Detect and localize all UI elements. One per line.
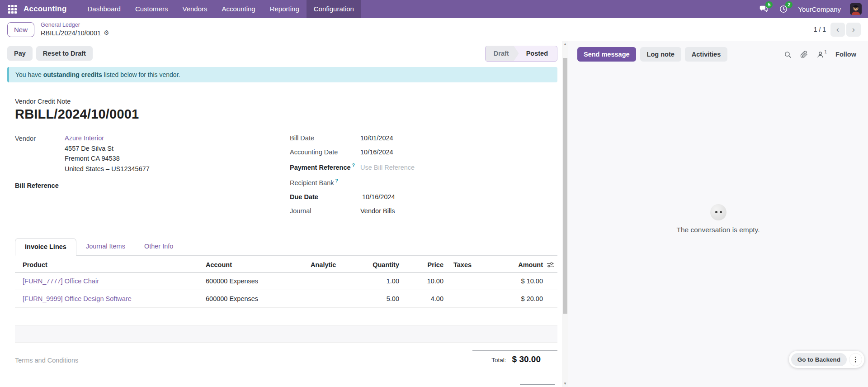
state-widget: Draft Posted [485, 46, 557, 62]
bill-date-field: Bill Date 10/01/2024 [290, 134, 557, 142]
topbar: Accounting Dashboard Customers Vendors A… [0, 0, 868, 18]
line-account[interactable]: 600000 Expenses [206, 277, 311, 285]
menu-dashboard[interactable]: Dashboard [80, 0, 128, 18]
company-switcher[interactable]: YourCompany [798, 5, 841, 13]
address-line: Fremont CA 94538 [65, 153, 275, 163]
total-label: Total: [491, 357, 506, 363]
invoice-line-row[interactable]: [FURN_9999] Office Design Software 60000… [15, 290, 557, 308]
tab-journal-items[interactable]: Journal Items [76, 238, 135, 256]
accounting-date-value[interactable]: 10/16/2024 [360, 148, 393, 156]
control-panel: New General Ledger RBILL/2024/10/0001 ⚙ … [0, 18, 868, 41]
menu-customers[interactable]: Customers [128, 0, 175, 18]
bill-date-value[interactable]: 10/01/2024 [360, 134, 393, 142]
scrollbar-up-arrow[interactable]: ▲ [562, 42, 568, 46]
invoice-lines-header: Product Account Analytic Quantity Price … [15, 256, 557, 272]
tab-invoice-lines[interactable]: Invoice Lines [15, 238, 76, 256]
scrollbar-down-arrow[interactable]: ▼ [562, 382, 568, 386]
vendor-field: Vendor Azure Interior [15, 134, 275, 142]
messages-icon[interactable]: 5 [758, 4, 769, 14]
empty-stripe-row [15, 325, 557, 343]
log-note-button[interactable]: Log note [640, 47, 681, 62]
vendor-label: Vendor [15, 134, 65, 142]
empty-line-row[interactable] [15, 308, 557, 325]
scrollbar-thumb[interactable] [563, 58, 567, 314]
vendor-address: 4557 De Silva St Fremont CA 94538 United… [65, 143, 275, 174]
line-price[interactable]: 4.00 [399, 295, 443, 302]
menu-configuration[interactable]: Configuration [307, 0, 361, 18]
help-icon: ? [335, 178, 338, 183]
line-quantity[interactable]: 1.00 [356, 277, 399, 285]
gear-icon[interactable]: ⚙ [104, 29, 109, 37]
optional-columns-icon[interactable] [543, 262, 557, 268]
reset-to-draft-button[interactable]: Reset to Draft [36, 46, 93, 61]
menu-vendors[interactable]: Vendors [175, 0, 214, 18]
line-amount[interactable]: $ 20.00 [495, 295, 543, 302]
journal-value[interactable]: Vendor Bills [360, 207, 395, 215]
pager-count[interactable]: 1 / 1 [814, 26, 826, 33]
vertical-scrollbar[interactable]: ▲ ▼ [562, 41, 568, 387]
apps-grid-glyph [8, 5, 17, 14]
payment-reference-label: Payment Reference? [290, 162, 360, 171]
line-product-link[interactable]: [FURN_9999] Office Design Software [15, 295, 206, 302]
col-amount: Amount [495, 261, 543, 268]
topbar-right: 5 2 YourCompany [758, 3, 862, 15]
line-quantity[interactable]: 5.00 [356, 295, 399, 302]
invoice-line-row[interactable]: [FURN_7777] Office Chair 600000 Expenses… [15, 272, 557, 290]
line-product-link[interactable]: [FURN_7777] Office Chair [15, 277, 206, 285]
alert-text: You have outstanding credits listed belo… [15, 71, 180, 78]
empty-face-icon [710, 204, 726, 220]
go-to-backend-button[interactable]: Go to Backend [791, 353, 847, 366]
send-message-button[interactable]: Send message [577, 47, 636, 62]
breadcrumb-current-label: RBILL/2024/10/0001 [41, 29, 101, 37]
breadcrumb-parent-link[interactable]: General Ledger [41, 22, 109, 29]
sheet-footer: Terms and Conditions Total: $ 30.00 [15, 350, 557, 364]
state-posted[interactable]: Posted [519, 46, 557, 61]
due-date-value[interactable]: 10/16/2024 [362, 193, 395, 201]
bill-date-label: Bill Date [290, 134, 360, 142]
attachment-paperclip-icon[interactable] [800, 51, 808, 58]
due-date-field: Due Date 10/16/2024 [290, 193, 557, 201]
terms-and-conditions-input[interactable]: Terms and Conditions [15, 350, 472, 364]
line-account[interactable]: 600000 Expenses [206, 295, 311, 302]
bill-reference-label: Bill Reference [15, 182, 275, 189]
line-price[interactable]: 10.00 [399, 277, 443, 285]
col-analytic: Analytic [311, 261, 356, 268]
followers-icon[interactable]: 1 [816, 51, 827, 58]
backend-pill: Go to Backend ⋮ [789, 351, 864, 368]
notebook-tabs: Invoice Lines Journal Items Other Info [15, 238, 557, 256]
more-options-dots-icon[interactable]: ⋮ [849, 353, 862, 366]
vendor-link[interactable]: Azure Interior [65, 134, 104, 142]
menu-accounting[interactable]: Accounting [214, 0, 262, 18]
follow-button[interactable]: Follow [835, 51, 856, 58]
new-button[interactable]: New [7, 22, 34, 37]
activities-clock-icon[interactable]: 2 [778, 4, 789, 14]
pager: 1 / 1 ‹ › [814, 23, 861, 37]
outstanding-credits-alert: You have outstanding credits listed belo… [7, 67, 557, 82]
form-sheet: Vendor Credit Note RBILL/2024/10/0001 Ve… [0, 82, 562, 364]
pager-next-button[interactable]: › [846, 23, 861, 37]
help-icon: ? [352, 162, 355, 168]
state-draft[interactable]: Draft [486, 46, 519, 61]
due-date-label: Due Date [290, 193, 360, 201]
payment-reference-input[interactable]: Use Bill Reference [360, 164, 415, 171]
menu-reporting[interactable]: Reporting [263, 0, 307, 18]
address-line: United States – US12345677 [65, 164, 275, 174]
chatter-icons: 1 Follow [784, 51, 856, 58]
app-name[interactable]: Accounting [24, 5, 67, 14]
breadcrumb-current: RBILL/2024/10/0001 ⚙ [41, 29, 109, 37]
tab-other-info[interactable]: Other Info [135, 238, 183, 256]
line-amount[interactable]: $ 10.00 [495, 277, 543, 285]
pager-previous-button[interactable]: ‹ [830, 23, 845, 37]
recipient-bank-field: Recipient Bank? [290, 178, 557, 186]
field-column-left: Vendor Azure Interior 4557 De Silva St F… [15, 134, 275, 221]
search-icon[interactable] [784, 51, 792, 58]
accounting-date-field: Accounting Date 10/16/2024 [290, 148, 557, 156]
apps-grid-icon[interactable] [6, 3, 18, 15]
col-quantity: Quantity [356, 261, 399, 268]
form-panel: Pay Reset to Draft Draft Posted You have… [0, 41, 562, 387]
pay-button[interactable]: Pay [7, 46, 33, 61]
user-avatar[interactable] [850, 3, 862, 15]
col-account: Account [206, 261, 311, 268]
activities-button[interactable]: Activities [685, 47, 727, 62]
recipient-bank-label: Recipient Bank? [290, 178, 360, 186]
